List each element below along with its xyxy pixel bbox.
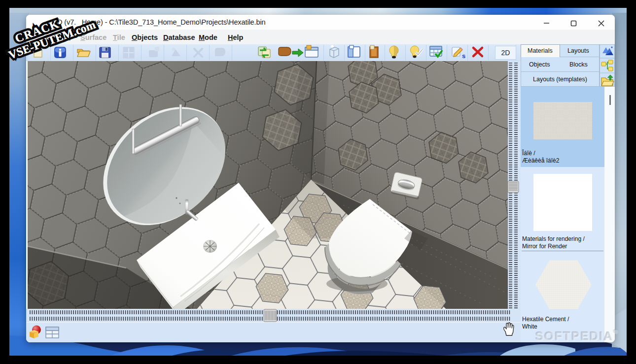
svg-text:s: s	[462, 52, 465, 60]
